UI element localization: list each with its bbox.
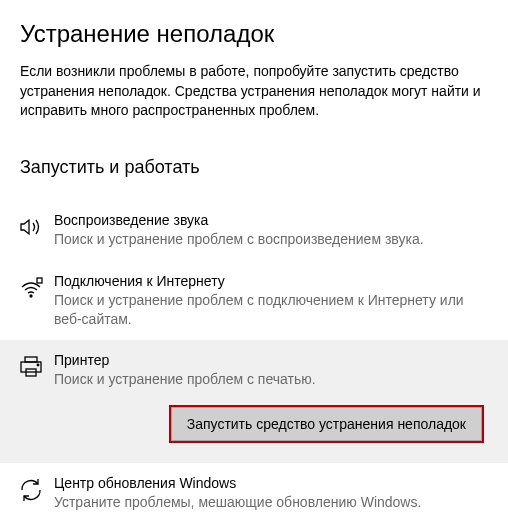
- run-troubleshooter-button[interactable]: Запустить средство устранения неполадок: [169, 405, 484, 443]
- svg-rect-1: [37, 278, 42, 283]
- svg-rect-3: [21, 362, 41, 372]
- svg-point-5: [37, 365, 39, 367]
- page-description: Если возникли проблемы в работе, попробу…: [20, 62, 488, 121]
- troubleshooter-list: Воспроизведение звука Поиск и устранение…: [0, 200, 508, 524]
- update-icon: [18, 477, 54, 505]
- troubleshooter-item-audio[interactable]: Воспроизведение звука Поиск и устранение…: [0, 200, 508, 261]
- page-title: Устранение неполадок: [20, 20, 488, 48]
- wifi-icon: [18, 275, 54, 303]
- svg-rect-2: [25, 357, 37, 362]
- speaker-icon: [18, 214, 54, 242]
- item-title: Принтер: [54, 352, 490, 368]
- section-title: Запустить и работать: [20, 157, 488, 178]
- item-desc: Поиск и устранение проблем с печатью.: [54, 370, 490, 389]
- troubleshooter-item-internet[interactable]: Подключения к Интернету Поиск и устранен…: [0, 261, 508, 341]
- item-desc: Устраните проблемы, мешающие обновлению …: [54, 493, 490, 512]
- troubleshooter-item-windows-update[interactable]: Центр обновления Windows Устраните пробл…: [0, 463, 508, 524]
- svg-point-0: [30, 295, 32, 297]
- item-title: Подключения к Интернету: [54, 273, 490, 289]
- printer-icon: [18, 354, 54, 382]
- item-title: Центр обновления Windows: [54, 475, 490, 491]
- item-desc: Поиск и устранение проблем с подключение…: [54, 291, 490, 329]
- troubleshooter-item-printer[interactable]: Принтер Поиск и устранение проблем с печ…: [0, 340, 508, 463]
- item-desc: Поиск и устранение проблем с воспроизвед…: [54, 230, 490, 249]
- item-title: Воспроизведение звука: [54, 212, 490, 228]
